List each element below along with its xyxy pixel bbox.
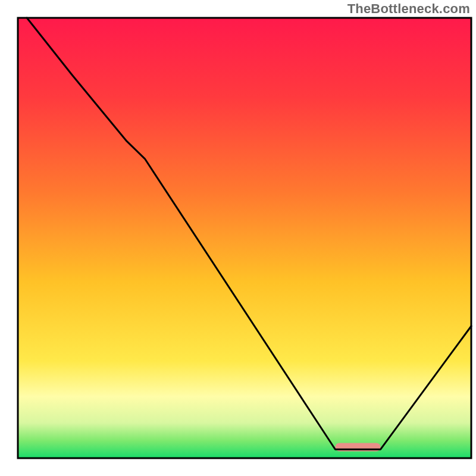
watermark-text: TheBottleneck.com (347, 1, 470, 17)
chart-background (18, 18, 471, 458)
bottleneck-chart (0, 0, 476, 476)
